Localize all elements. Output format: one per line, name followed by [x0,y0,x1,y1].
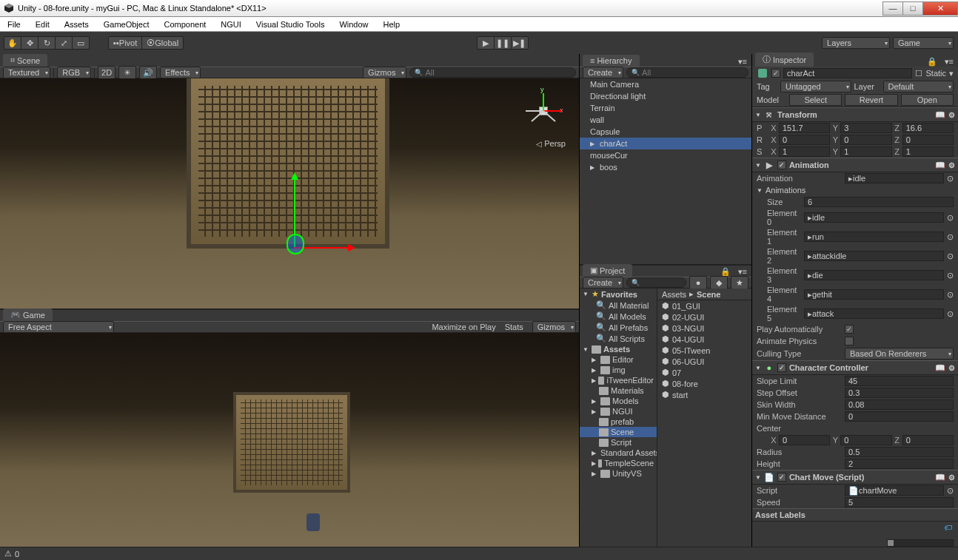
console-icon[interactable]: ⚠ [4,549,12,559]
scene-file[interactable]: ⬢08-fore [657,378,751,389]
layers-dropdown[interactable]: Layers [822,37,890,49]
help-icon[interactable]: 📖 [935,161,945,170]
object-picker-icon[interactable]: ⊙ [947,486,954,496]
scene-effects[interactable]: Effects [160,67,201,78]
orientation-gizmo[interactable]: y x [521,89,566,133]
center-x[interactable]: 0 [779,435,830,445]
object-picker-icon[interactable]: ⊙ [947,232,954,242]
hierarchy-item[interactable]: wall [580,114,751,126]
favorite-item[interactable]: 🔍All Prefabs [580,322,657,333]
radius-field[interactable]: 0.5 [845,447,954,457]
folder-item[interactable]: ▶Editor [580,354,657,365]
menu-component[interactable]: Component [156,18,213,31]
folder-item[interactable]: ▶iTweenEditor [580,375,657,385]
anim-el5[interactable]: ▸ attack [804,308,944,319]
pivot-toggle[interactable]: ▪▪ Pivot [108,36,142,50]
folder-item[interactable]: ▶NGUI [580,406,657,416]
speed-field[interactable]: 5 [845,497,954,507]
panel-menu-icon[interactable]: ▾≡ [734,57,751,67]
object-name-field[interactable]: charAct [783,68,912,78]
step-field[interactable]: 0.3 [845,388,954,398]
skin-field[interactable]: 0.08 [845,399,954,410]
rect-tool[interactable]: ▭ [72,36,90,50]
pos-z[interactable]: 16.6 [902,123,954,133]
anim-el1[interactable]: ▸ run [804,232,944,242]
object-picker-icon[interactable]: ⊙ [947,290,954,300]
panel-menu-icon[interactable]: ▾≡ [940,57,958,67]
rot-z[interactable]: 0 [902,135,954,145]
hierarchy-item[interactable]: Capsule [580,126,751,138]
center-y[interactable]: 0 [840,435,891,445]
breadcrumb-scene[interactable]: Scene [697,290,720,299]
inspector-tab[interactable]: ⓘInspector [755,53,814,67]
scene-search[interactable]: 🔍All [409,67,576,78]
folder-item-selected[interactable]: Scene [580,427,657,437]
pos-y[interactable]: 3 [840,123,891,133]
favorite-item[interactable]: 🔍All Scripts [580,333,657,344]
revert-button[interactable]: Revert [845,94,897,106]
menu-window[interactable]: Window [332,18,375,31]
folder-item[interactable]: Script [580,437,657,448]
transform-header[interactable]: ▼⤧Transform📖⚙ [752,107,958,122]
scene-file[interactable]: ⬢06-UGUI [657,356,751,367]
scl-z[interactable]: 1 [902,146,954,157]
object-picker-icon[interactable]: ⊙ [947,174,954,183]
folder-item[interactable]: Materials [580,385,657,396]
asset-label-tag-icon[interactable]: 🏷 [944,523,952,532]
scene-file[interactable]: ⬢07 [657,367,751,378]
center-z[interactable]: 0 [902,435,954,445]
script-header[interactable]: ▼📄✓Chart Move (Script)📖⚙ [752,470,958,485]
stats-toggle[interactable]: Stats [505,323,523,331]
move-tool[interactable]: ✥ [21,36,38,50]
expand-icon[interactable]: ▶ [590,141,597,147]
maximize-toggle[interactable]: Maximize on Play [432,323,495,331]
object-picker-icon[interactable]: ⊙ [947,252,954,261]
rot-y[interactable]: 0 [840,135,891,145]
global-toggle[interactable]: ⦿ Global [141,36,184,50]
object-picker-icon[interactable]: ⊙ [947,213,954,223]
expand-icon[interactable]: ▶ [590,164,597,171]
layout-dropdown[interactable]: Game [893,37,954,49]
close-button[interactable]: ✕ [922,1,958,16]
active-checkbox[interactable]: ✓ [771,69,780,78]
tag-dropdown[interactable]: Untagged [780,81,851,92]
project-search[interactable]: 🔍 [626,277,686,288]
game-aspect[interactable]: Free Aspect [3,321,114,333]
panel-lock-icon[interactable]: 🔒 [924,57,940,67]
anim-clip-field[interactable]: ▸ idle [845,173,944,183]
height-field[interactable]: 2 [845,459,954,469]
folder-item[interactable]: ▶img [580,365,657,375]
scene-audio-icon[interactable]: 🔊 [139,66,157,79]
asset-labels-header[interactable]: Asset Labels [752,508,958,522]
favorite-item[interactable]: 🔍All Models [580,311,657,322]
hierarchy-item[interactable]: Terrain [580,102,751,114]
game-view[interactable] [0,333,579,547]
scene-file[interactable]: ⬢04-UGUI [657,334,751,345]
scale-tool[interactable]: ⤢ [55,36,73,50]
scene-tab[interactable]: ⌗Scene [3,54,47,67]
scene-rgb[interactable]: RGB [57,67,91,78]
project-tab[interactable]: ▣Project [583,264,632,277]
anim-size[interactable]: 6 [804,197,954,207]
static-checkbox[interactable]: ☐ [915,69,922,78]
menu-gameobject[interactable]: GameObject [96,18,157,31]
anim-el2[interactable]: ▸ attackidle [804,251,944,261]
folder-item[interactable]: prefab [580,416,657,427]
help-icon[interactable]: 📖 [935,363,945,373]
anim-el4[interactable]: ▸ gethit [804,289,944,300]
favorite-item[interactable]: 🔍All Material [580,300,657,311]
culling-dropdown[interactable]: Based On Renderers [845,348,954,360]
project-create[interactable]: Create [583,277,623,289]
scl-x[interactable]: 1 [779,146,830,157]
game-tab[interactable]: 🎮Game [3,308,53,321]
filter-icon[interactable]: ◆ [710,276,728,289]
hierarchy-item[interactable]: Main Camera [580,78,751,90]
breadcrumb-assets[interactable]: Assets [662,290,686,299]
cc-enabled[interactable]: ✓ [777,363,786,372]
rotate-tool[interactable]: ↻ [38,36,56,50]
anim-physics-checkbox[interactable] [845,337,854,345]
slope-field[interactable]: 45 [845,376,954,386]
gear-icon[interactable]: ⚙ [948,364,955,372]
script-enabled[interactable]: ✓ [777,473,786,482]
hierarchy-item[interactable]: ▶boos [580,161,751,173]
